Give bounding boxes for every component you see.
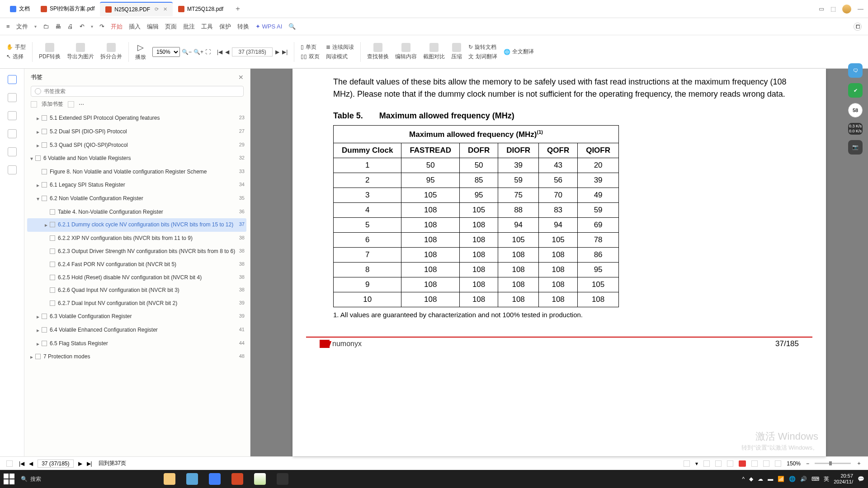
bookmark-item[interactable]: ▾6 Volatile and Non Volatile Registers32 (27, 152, 246, 165)
open-icon[interactable]: 🗀 (43, 23, 49, 30)
play-button[interactable]: ▷播放 (135, 42, 146, 61)
fit-width-icon[interactable]: ⛶ (205, 49, 211, 55)
menu-start[interactable]: 开始 (111, 23, 123, 31)
tab-refresh-icon[interactable]: ⟳ (155, 6, 159, 12)
bookmark-item[interactable]: ▸6.5 Flag Status Register44 (27, 337, 246, 351)
page-input[interactable]: 37 (37/185) (232, 47, 273, 56)
app-note[interactable] (249, 470, 271, 488)
menu-convert[interactable]: 转换 (237, 23, 249, 31)
tray-wifi-icon[interactable]: 📶 (778, 476, 784, 482)
score-badge[interactable]: 58 (848, 103, 863, 117)
bookmark-item[interactable]: 6.2.2 XIP NV configuration bits (NVCR bi… (27, 232, 246, 245)
bookmark-item[interactable]: ▸6.4 Volatile Enhanced Configuration Reg… (27, 324, 246, 337)
prev-page-icon[interactable]: ◀ (225, 49, 229, 55)
status-page-input[interactable]: 37 (37/185) (38, 460, 73, 468)
app-obs[interactable] (272, 470, 293, 488)
bookmark-search-input[interactable] (44, 88, 240, 94)
zoom-slider[interactable] (815, 463, 851, 464)
bookmark-item[interactable]: ▸5.2 Dual SPI (DIO-SPI) Protocol27 (27, 125, 246, 139)
bookmark-item[interactable]: ▾6.2 Non Volatile Configuration Register… (27, 192, 246, 206)
layout2-icon[interactable] (715, 460, 722, 467)
bookmark-item[interactable]: ▸5.1 Extended SPI Protocol Operating fea… (27, 112, 246, 125)
attachments-icon[interactable] (8, 129, 17, 138)
minimize-button[interactable]: — (858, 5, 863, 12)
bookmark-item[interactable]: Figure 8. Non Volatile and Volatile conf… (27, 165, 246, 178)
expand-icon[interactable]: ▸ (29, 353, 34, 361)
expand-icon[interactable]: ▸ (35, 142, 41, 150)
export-image-button[interactable]: 导出为图片 (67, 43, 94, 61)
menu-edit[interactable]: 编辑 (147, 23, 159, 31)
menu-file[interactable]: 文件 (16, 23, 28, 31)
menu-insert[interactable]: 插入 (129, 23, 141, 31)
bookmark-item[interactable]: 6.2.5 Hold (Reset) disable NV configurat… (27, 271, 246, 284)
expand-icon[interactable]: ▸ (35, 327, 41, 334)
tab-spi-plan[interactable]: SPI控制器方案.pdf (35, 2, 100, 16)
hamburger-icon[interactable]: ≡ (6, 23, 10, 30)
menu-page[interactable]: 页面 (165, 23, 177, 31)
shield-badge[interactable]: ✔ (848, 83, 863, 98)
double-page-button[interactable]: ▯▯双页 (301, 53, 320, 61)
tray-chevron-icon[interactable]: ^ (742, 476, 745, 482)
sidebar-toggle-icon[interactable] (6, 460, 13, 467)
expand-icon[interactable]: ▸ (35, 340, 41, 348)
pdf-convert-button[interactable]: PDF转换 (39, 43, 61, 61)
app-pdf[interactable] (226, 470, 248, 488)
tab-close-icon[interactable]: ✕ (163, 6, 167, 12)
bookmark-item[interactable]: ▸6.3 Volatile Configuration Register39 (27, 310, 246, 324)
bookmark-item[interactable]: 6.2.3 Output Driver Strength NV configur… (27, 245, 246, 258)
close-panel-icon[interactable]: ✕ (238, 74, 244, 81)
read-mode-button[interactable]: 阅读模式 (326, 53, 354, 61)
find-replace-button[interactable]: 查找替换 (367, 43, 389, 61)
eye-icon[interactable] (684, 460, 690, 467)
avatar[interactable] (842, 5, 851, 14)
bookmark-item[interactable]: 6.2.6 Quad Input NV configuration bit (N… (27, 284, 246, 297)
split-merge-button[interactable]: 拆分合并 (100, 43, 122, 61)
bookmarks-icon[interactable] (8, 75, 17, 84)
continuous-read-button[interactable]: ≣连续阅读 (326, 43, 354, 51)
expand-icon[interactable]: ▸ (35, 115, 41, 122)
print-icon[interactable]: 🖶 (55, 23, 61, 30)
add-bookmark-label[interactable]: 添加书签 (42, 100, 63, 108)
assistant-badge[interactable]: 🗨 (848, 63, 863, 78)
tray-network-icon[interactable]: 🌐 (789, 476, 796, 482)
layers-icon[interactable] (8, 147, 17, 156)
record-icon[interactable] (739, 460, 746, 467)
next-page-icon[interactable]: ▶ (275, 49, 279, 55)
bookmark-item[interactable]: ▸5.3 Quad SPI (QIO-SPI)Protocol29 (27, 139, 246, 152)
more-icon[interactable]: ⋯ (79, 101, 84, 108)
expand-icon[interactable]: ▾ (29, 155, 34, 163)
fullscreen-icon[interactable] (775, 460, 781, 467)
tray-lang[interactable]: 英 (824, 475, 829, 483)
thumbnails-icon[interactable] (8, 93, 17, 102)
zoom-in-icon[interactable]: 🔍+ (193, 49, 203, 55)
start-button[interactable] (4, 474, 14, 484)
bookmark-item[interactable]: 6.2.4 Fast POR NV configuration bit (NVC… (27, 258, 246, 271)
expand-icon[interactable]: ▸ (35, 313, 41, 321)
tray-ime-icon[interactable]: ⌨ (811, 476, 819, 482)
tab-docs-home[interactable]: 文档 (5, 2, 35, 16)
single-page-button[interactable]: ▯单页 (301, 43, 320, 51)
menu-tool[interactable]: 工具 (201, 23, 213, 31)
tab-mt25q128[interactable]: MT25Q128.pdf (173, 2, 229, 16)
redo-icon[interactable]: ↷ (99, 23, 104, 30)
select-tool[interactable]: ↖选择 (6, 53, 26, 61)
expand-icon[interactable]: ▾ (35, 195, 41, 203)
add-tab-button[interactable]: ＋ (232, 4, 243, 14)
help-icon[interactable]: ⧠ (854, 23, 862, 31)
taskbar-search[interactable]: 🔍搜索 (21, 475, 41, 483)
next-page-icon[interactable]: ▶ (78, 460, 82, 467)
zoom-select[interactable]: 150% (152, 47, 180, 57)
print2-icon[interactable]: 🖨 (67, 23, 73, 30)
tab-n25q128[interactable]: N25Q128.PDF ⟳ ✕ (100, 2, 173, 16)
expand-icon[interactable]: ▸ (43, 221, 49, 229)
zoom-out-icon[interactable]: 🔍− (182, 49, 192, 55)
tray-security-icon[interactable]: ◆ (749, 476, 753, 482)
first-page-icon[interactable]: |◀ (19, 460, 24, 467)
taskbar-clock[interactable]: 20:57 2024/11/ (834, 473, 853, 485)
zoom-out-button[interactable]: − (806, 460, 809, 467)
prev-page-icon[interactable]: ◀ (29, 460, 33, 467)
delete-bookmark-icon[interactable] (68, 101, 74, 108)
menu-approve[interactable]: 批注 (183, 23, 195, 31)
hand-tool[interactable]: ✋手型 (6, 43, 26, 51)
undo-icon[interactable]: ↶ (80, 23, 85, 30)
